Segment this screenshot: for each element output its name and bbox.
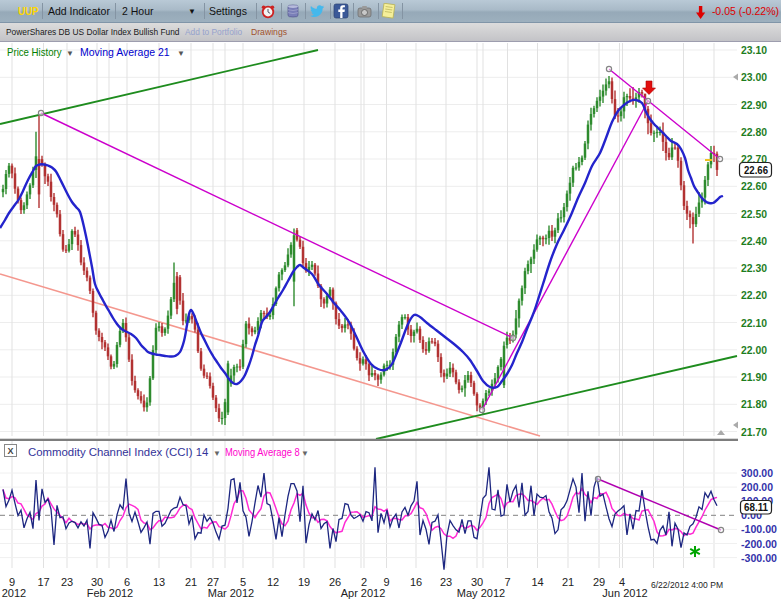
- svg-text:22.66: 22.66: [744, 164, 768, 176]
- svg-text:23.00: 23.00: [741, 71, 767, 83]
- svg-text:22.20: 22.20: [741, 289, 767, 301]
- svg-text:23.10: 23.10: [741, 44, 767, 56]
- svg-text:22.80: 22.80: [741, 126, 767, 138]
- svg-text:21: 21: [562, 576, 574, 588]
- svg-text:22.90: 22.90: [741, 99, 767, 111]
- svg-text:26: 26: [329, 576, 341, 588]
- svg-text:21.90: 21.90: [741, 371, 767, 383]
- svg-text:16: 16: [410, 576, 422, 588]
- svg-text:14: 14: [531, 576, 543, 588]
- svg-text:-300.00: -300.00: [741, 552, 777, 564]
- svg-text:13: 13: [153, 576, 165, 588]
- svg-text:Apr 2012: Apr 2012: [341, 587, 386, 599]
- svg-text:12: 12: [267, 576, 279, 588]
- svg-text:68.11: 68.11: [744, 501, 768, 513]
- svg-text:Feb 2012: Feb 2012: [87, 587, 133, 599]
- svg-text:17: 17: [37, 576, 49, 588]
- svg-text:May 2012: May 2012: [457, 587, 505, 599]
- svg-text:300.00: 300.00: [741, 467, 773, 479]
- svg-text:22.40: 22.40: [741, 235, 767, 247]
- svg-text:7: 7: [504, 576, 510, 588]
- svg-text:21.70: 21.70: [741, 426, 767, 438]
- svg-text:22.60: 22.60: [741, 180, 767, 192]
- svg-text:2012: 2012: [2, 587, 26, 599]
- svg-text:22.10: 22.10: [741, 317, 767, 329]
- svg-text:22.00: 22.00: [741, 344, 767, 356]
- svg-text:23: 23: [440, 576, 452, 588]
- svg-text:22.50: 22.50: [741, 208, 767, 220]
- svg-text:6/22/2012 4:00 PM: 6/22/2012 4:00 PM: [651, 579, 723, 590]
- svg-text:-200.00: -200.00: [741, 538, 777, 550]
- svg-text:21: 21: [185, 576, 197, 588]
- svg-text:200.00: 200.00: [741, 481, 773, 493]
- svg-text:23: 23: [61, 576, 73, 588]
- svg-text:19: 19: [298, 576, 310, 588]
- svg-text:-100.00: -100.00: [741, 523, 777, 535]
- svg-text:Jun 2012: Jun 2012: [602, 587, 647, 599]
- svg-text:22.30: 22.30: [741, 262, 767, 274]
- svg-text:21.80: 21.80: [741, 398, 767, 410]
- svg-text:Mar 2012: Mar 2012: [208, 587, 254, 599]
